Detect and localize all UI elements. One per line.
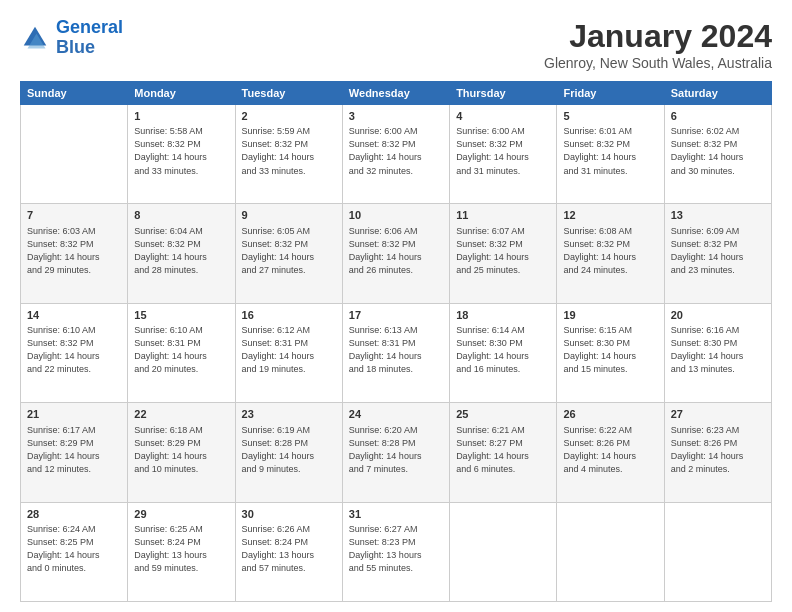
header: General Blue January 2024 Glenroy, New S…: [20, 18, 772, 71]
day-info: Sunrise: 6:25 AM Sunset: 8:24 PM Dayligh…: [134, 523, 228, 575]
day-number: 3: [349, 109, 443, 124]
day-info: Sunrise: 6:08 AM Sunset: 8:32 PM Dayligh…: [563, 225, 657, 277]
subtitle: Glenroy, New South Wales, Australia: [544, 55, 772, 71]
day-info: Sunrise: 6:13 AM Sunset: 8:31 PM Dayligh…: [349, 324, 443, 376]
day-cell: [21, 105, 128, 204]
day-info: Sunrise: 6:16 AM Sunset: 8:30 PM Dayligh…: [671, 324, 765, 376]
day-info: Sunrise: 6:18 AM Sunset: 8:29 PM Dayligh…: [134, 424, 228, 476]
day-number: 8: [134, 208, 228, 223]
logo-line2: Blue: [56, 37, 95, 57]
day-info: Sunrise: 6:03 AM Sunset: 8:32 PM Dayligh…: [27, 225, 121, 277]
day-info: Sunrise: 6:06 AM Sunset: 8:32 PM Dayligh…: [349, 225, 443, 277]
day-number: 23: [242, 407, 336, 422]
day-number: 14: [27, 308, 121, 323]
day-cell: 14Sunrise: 6:10 AM Sunset: 8:32 PM Dayli…: [21, 303, 128, 402]
logo-text: General Blue: [56, 18, 123, 58]
day-number: 24: [349, 407, 443, 422]
col-thursday: Thursday: [450, 82, 557, 105]
day-cell: 5Sunrise: 6:01 AM Sunset: 8:32 PM Daylig…: [557, 105, 664, 204]
main-title: January 2024: [544, 18, 772, 55]
day-cell: 18Sunrise: 6:14 AM Sunset: 8:30 PM Dayli…: [450, 303, 557, 402]
week-row-1: 1Sunrise: 5:58 AM Sunset: 8:32 PM Daylig…: [21, 105, 772, 204]
day-number: 31: [349, 507, 443, 522]
calendar-body: 1Sunrise: 5:58 AM Sunset: 8:32 PM Daylig…: [21, 105, 772, 602]
day-cell: [664, 502, 771, 601]
day-number: 20: [671, 308, 765, 323]
day-info: Sunrise: 6:00 AM Sunset: 8:32 PM Dayligh…: [349, 125, 443, 177]
day-info: Sunrise: 6:05 AM Sunset: 8:32 PM Dayligh…: [242, 225, 336, 277]
col-monday: Monday: [128, 82, 235, 105]
day-number: 29: [134, 507, 228, 522]
day-info: Sunrise: 6:12 AM Sunset: 8:31 PM Dayligh…: [242, 324, 336, 376]
logo-line1: General: [56, 17, 123, 37]
day-cell: 24Sunrise: 6:20 AM Sunset: 8:28 PM Dayli…: [342, 403, 449, 502]
day-cell: 6Sunrise: 6:02 AM Sunset: 8:32 PM Daylig…: [664, 105, 771, 204]
day-cell: 17Sunrise: 6:13 AM Sunset: 8:31 PM Dayli…: [342, 303, 449, 402]
day-info: Sunrise: 6:23 AM Sunset: 8:26 PM Dayligh…: [671, 424, 765, 476]
day-number: 2: [242, 109, 336, 124]
day-cell: 1Sunrise: 5:58 AM Sunset: 8:32 PM Daylig…: [128, 105, 235, 204]
day-number: 9: [242, 208, 336, 223]
day-info: Sunrise: 6:17 AM Sunset: 8:29 PM Dayligh…: [27, 424, 121, 476]
day-cell: 22Sunrise: 6:18 AM Sunset: 8:29 PM Dayli…: [128, 403, 235, 502]
day-cell: 9Sunrise: 6:05 AM Sunset: 8:32 PM Daylig…: [235, 204, 342, 303]
day-number: 16: [242, 308, 336, 323]
day-number: 30: [242, 507, 336, 522]
col-saturday: Saturday: [664, 82, 771, 105]
day-cell: [450, 502, 557, 601]
day-cell: 11Sunrise: 6:07 AM Sunset: 8:32 PM Dayli…: [450, 204, 557, 303]
day-number: 27: [671, 407, 765, 422]
day-cell: 10Sunrise: 6:06 AM Sunset: 8:32 PM Dayli…: [342, 204, 449, 303]
header-row: Sunday Monday Tuesday Wednesday Thursday…: [21, 82, 772, 105]
day-info: Sunrise: 6:21 AM Sunset: 8:27 PM Dayligh…: [456, 424, 550, 476]
day-cell: 2Sunrise: 5:59 AM Sunset: 8:32 PM Daylig…: [235, 105, 342, 204]
col-sunday: Sunday: [21, 82, 128, 105]
day-number: 19: [563, 308, 657, 323]
day-info: Sunrise: 6:15 AM Sunset: 8:30 PM Dayligh…: [563, 324, 657, 376]
day-info: Sunrise: 6:14 AM Sunset: 8:30 PM Dayligh…: [456, 324, 550, 376]
day-cell: 21Sunrise: 6:17 AM Sunset: 8:29 PM Dayli…: [21, 403, 128, 502]
day-number: 11: [456, 208, 550, 223]
day-cell: 13Sunrise: 6:09 AM Sunset: 8:32 PM Dayli…: [664, 204, 771, 303]
day-number: 4: [456, 109, 550, 124]
day-info: Sunrise: 6:01 AM Sunset: 8:32 PM Dayligh…: [563, 125, 657, 177]
day-number: 28: [27, 507, 121, 522]
day-info: Sunrise: 6:10 AM Sunset: 8:31 PM Dayligh…: [134, 324, 228, 376]
day-number: 10: [349, 208, 443, 223]
day-number: 5: [563, 109, 657, 124]
day-cell: 23Sunrise: 6:19 AM Sunset: 8:28 PM Dayli…: [235, 403, 342, 502]
day-number: 18: [456, 308, 550, 323]
day-cell: 19Sunrise: 6:15 AM Sunset: 8:30 PM Dayli…: [557, 303, 664, 402]
day-cell: 20Sunrise: 6:16 AM Sunset: 8:30 PM Dayli…: [664, 303, 771, 402]
day-number: 6: [671, 109, 765, 124]
day-cell: 30Sunrise: 6:26 AM Sunset: 8:24 PM Dayli…: [235, 502, 342, 601]
day-info: Sunrise: 6:04 AM Sunset: 8:32 PM Dayligh…: [134, 225, 228, 277]
day-cell: 29Sunrise: 6:25 AM Sunset: 8:24 PM Dayli…: [128, 502, 235, 601]
col-wednesday: Wednesday: [342, 82, 449, 105]
day-info: Sunrise: 6:20 AM Sunset: 8:28 PM Dayligh…: [349, 424, 443, 476]
week-row-5: 28Sunrise: 6:24 AM Sunset: 8:25 PM Dayli…: [21, 502, 772, 601]
day-number: 12: [563, 208, 657, 223]
day-number: 21: [27, 407, 121, 422]
day-number: 15: [134, 308, 228, 323]
day-info: Sunrise: 5:59 AM Sunset: 8:32 PM Dayligh…: [242, 125, 336, 177]
day-cell: 3Sunrise: 6:00 AM Sunset: 8:32 PM Daylig…: [342, 105, 449, 204]
day-cell: 4Sunrise: 6:00 AM Sunset: 8:32 PM Daylig…: [450, 105, 557, 204]
day-info: Sunrise: 6:22 AM Sunset: 8:26 PM Dayligh…: [563, 424, 657, 476]
week-row-2: 7Sunrise: 6:03 AM Sunset: 8:32 PM Daylig…: [21, 204, 772, 303]
day-cell: [557, 502, 664, 601]
day-info: Sunrise: 6:09 AM Sunset: 8:32 PM Dayligh…: [671, 225, 765, 277]
day-info: Sunrise: 6:07 AM Sunset: 8:32 PM Dayligh…: [456, 225, 550, 277]
day-number: 25: [456, 407, 550, 422]
week-row-4: 21Sunrise: 6:17 AM Sunset: 8:29 PM Dayli…: [21, 403, 772, 502]
day-number: 17: [349, 308, 443, 323]
day-info: Sunrise: 6:10 AM Sunset: 8:32 PM Dayligh…: [27, 324, 121, 376]
day-cell: 27Sunrise: 6:23 AM Sunset: 8:26 PM Dayli…: [664, 403, 771, 502]
day-number: 7: [27, 208, 121, 223]
day-cell: 31Sunrise: 6:27 AM Sunset: 8:23 PM Dayli…: [342, 502, 449, 601]
day-number: 26: [563, 407, 657, 422]
day-cell: 7Sunrise: 6:03 AM Sunset: 8:32 PM Daylig…: [21, 204, 128, 303]
title-block: January 2024 Glenroy, New South Wales, A…: [544, 18, 772, 71]
day-info: Sunrise: 6:00 AM Sunset: 8:32 PM Dayligh…: [456, 125, 550, 177]
day-cell: 25Sunrise: 6:21 AM Sunset: 8:27 PM Dayli…: [450, 403, 557, 502]
